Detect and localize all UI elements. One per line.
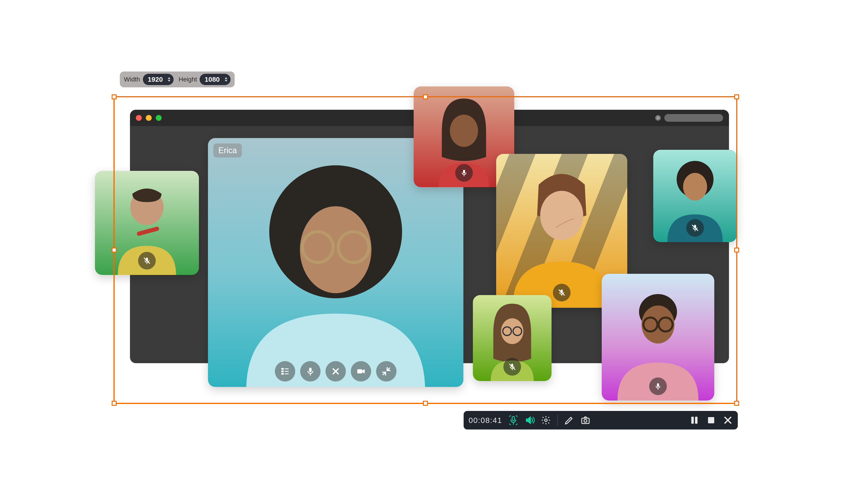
window-traffic-lights xyxy=(136,115,162,121)
svg-point-2 xyxy=(300,206,371,293)
microphone-button[interactable] xyxy=(300,361,320,381)
screenshot-button[interactable] xyxy=(581,415,590,425)
window-maximize-button[interactable] xyxy=(156,115,162,121)
svg-rect-52 xyxy=(582,418,589,424)
width-label: Width xyxy=(124,76,140,83)
main-tile-controls xyxy=(275,361,397,381)
height-value: 1080 xyxy=(205,76,220,83)
svg-point-33 xyxy=(540,191,583,240)
svg-rect-5 xyxy=(281,368,284,370)
leave-button[interactable] xyxy=(326,361,346,381)
resize-handle-top-left[interactable] xyxy=(112,94,117,99)
recorder-toolbar: 00:08:41 xyxy=(464,411,738,430)
video-button[interactable] xyxy=(351,361,371,381)
separator xyxy=(557,414,558,426)
address-bar[interactable] xyxy=(664,114,723,122)
speaker-button[interactable] xyxy=(525,415,535,425)
video-tile-small[interactable] xyxy=(95,171,199,275)
resize-handle-bottom-left[interactable] xyxy=(112,401,117,406)
svg-point-51 xyxy=(545,419,547,422)
resize-handle-right[interactable] xyxy=(734,248,739,253)
svg-point-37 xyxy=(501,318,524,344)
close-button[interactable] xyxy=(723,415,733,425)
microphone-icon[interactable] xyxy=(455,164,473,182)
svg-rect-20 xyxy=(136,226,160,236)
chapters-button[interactable] xyxy=(275,361,295,381)
microphone-muted-icon[interactable] xyxy=(138,252,156,269)
stepper-arrows-icon[interactable] xyxy=(167,77,171,82)
svg-rect-7 xyxy=(281,370,284,372)
svg-rect-49 xyxy=(512,416,515,421)
resize-handle-bottom-right[interactable] xyxy=(734,401,739,406)
participant-name-label: Erica xyxy=(213,143,242,157)
svg-rect-54 xyxy=(691,417,693,423)
microphone-button[interactable] xyxy=(508,415,518,425)
width-value: 1920 xyxy=(148,76,163,83)
pause-button[interactable] xyxy=(689,415,700,425)
svg-point-53 xyxy=(584,419,587,422)
microphone-muted-icon[interactable] xyxy=(503,358,521,376)
svg-rect-9 xyxy=(281,373,284,374)
window-close-button[interactable] xyxy=(136,115,142,121)
svg-rect-16 xyxy=(463,170,465,174)
svg-rect-22 xyxy=(147,263,147,264)
stop-button[interactable] xyxy=(706,415,716,425)
dimension-toolbar: Width 1920 Height 1080 xyxy=(120,71,235,87)
svg-point-25 xyxy=(683,173,707,200)
svg-rect-41 xyxy=(512,369,513,370)
svg-rect-48 xyxy=(658,388,658,390)
recording-timer: 00:08:41 xyxy=(469,416,502,425)
resize-handle-bottom[interactable] xyxy=(423,401,428,406)
svg-rect-17 xyxy=(464,175,464,176)
svg-rect-11 xyxy=(309,368,312,372)
svg-rect-8 xyxy=(285,371,289,372)
svg-rect-47 xyxy=(657,383,659,387)
svg-rect-56 xyxy=(708,417,714,423)
collapse-button[interactable] xyxy=(376,361,397,381)
microphone-muted-icon[interactable] xyxy=(553,284,570,301)
camera-indicator-icon xyxy=(655,115,661,121)
window-minimize-button[interactable] xyxy=(146,115,152,121)
video-tile-small[interactable] xyxy=(473,295,552,381)
video-tile-small[interactable] xyxy=(653,150,737,242)
video-tile-small[interactable] xyxy=(602,274,714,401)
svg-rect-10 xyxy=(285,373,289,374)
svg-rect-6 xyxy=(285,368,289,369)
settings-button[interactable] xyxy=(541,415,551,425)
svg-rect-27 xyxy=(695,230,695,231)
microphone-muted-icon[interactable] xyxy=(686,219,704,237)
svg-rect-35 xyxy=(561,295,562,296)
annotate-button[interactable] xyxy=(564,415,574,425)
stepper-arrows-icon[interactable] xyxy=(224,77,228,82)
height-label: Height xyxy=(179,76,197,83)
svg-point-15 xyxy=(450,115,478,147)
width-stepper[interactable]: 1920 xyxy=(143,74,174,85)
svg-rect-12 xyxy=(310,374,311,375)
microphone-icon[interactable] xyxy=(649,377,667,395)
height-stepper[interactable]: 1080 xyxy=(199,74,230,85)
resize-handle-top-right[interactable] xyxy=(734,94,739,99)
svg-rect-13 xyxy=(358,369,362,373)
svg-rect-55 xyxy=(695,417,698,423)
